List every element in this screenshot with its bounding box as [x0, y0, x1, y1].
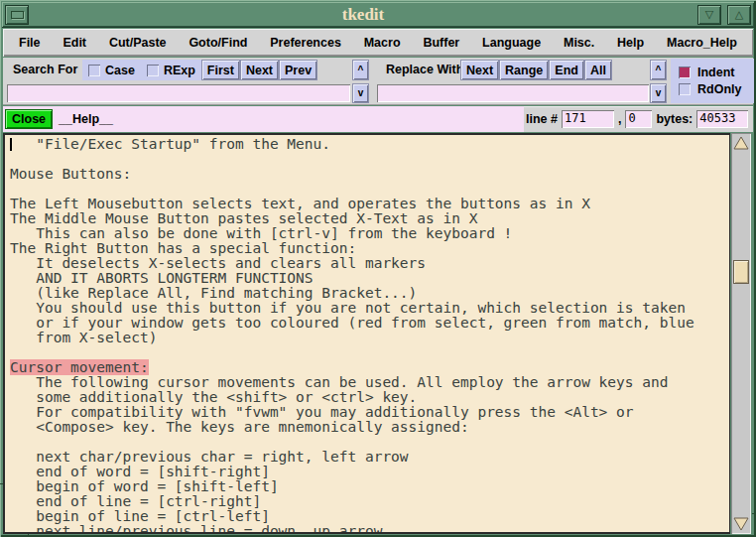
buffer-name: __Help__: [59, 112, 524, 126]
search-history-up-button[interactable]: ^: [352, 60, 369, 80]
window-menu-button[interactable]: [5, 5, 29, 25]
replace-all-button[interactable]: All: [584, 60, 612, 80]
editor-line: For compatibility with "fvwm" you may ad…: [10, 405, 729, 420]
editor-text-area[interactable]: "File/Exec Startup" from the Menu.Mouse …: [3, 133, 730, 534]
options-panel: Indent RdOnly: [671, 59, 754, 103]
menu-edit[interactable]: Edit: [61, 32, 88, 54]
editor-line: Cursor movement:: [10, 360, 729, 375]
editor-line: begin of line = [ctrl-left]: [10, 509, 729, 524]
menu-goto-find[interactable]: Goto/Find: [187, 32, 249, 54]
insert-cursor: [10, 138, 12, 151]
replace-history-down-button[interactable]: v: [650, 83, 667, 104]
rexp-checkbox[interactable]: RExp: [141, 60, 201, 80]
editor-line: The Left Mousebutton selects text, and o…: [10, 197, 729, 211]
search-prev-button[interactable]: Prev: [279, 60, 317, 80]
replace-with-label: Replace With: [386, 63, 463, 76]
case-checkbox[interactable]: Case: [82, 60, 141, 80]
indent-label: Indent: [697, 66, 735, 79]
search-history-down-button[interactable]: v: [352, 83, 369, 104]
menu-bar: File Edit Cut/Paste Goto/Find Preference…: [3, 29, 753, 57]
rdonly-label: RdOnly: [697, 82, 741, 96]
editor-line: You should use this button if you are no…: [10, 301, 729, 316]
rexp-checkbox-indicator: [147, 65, 159, 76]
line-number-label: line #: [526, 112, 558, 126]
column-value[interactable]: 0: [625, 110, 652, 128]
position-panel: line # 171 , 0 bytes: 40533: [524, 106, 753, 132]
frame-handle-mark: [752, 513, 756, 514]
editor-line: end of word = [shift-right]: [10, 465, 729, 479]
menu-preferences[interactable]: Preferences: [268, 32, 343, 54]
line-number-value[interactable]: 171: [562, 110, 614, 128]
status-bar: Close __Help__ line # 171 , 0 bytes: 405…: [3, 106, 753, 132]
comma-separator: ,: [618, 112, 621, 126]
frame-handle-mark: [0, 483, 3, 484]
indent-checkbox[interactable]: Indent: [679, 66, 754, 79]
replace-range-button[interactable]: Range: [499, 60, 549, 80]
raise-icon: △: [735, 9, 743, 20]
rdonly-checkbox-indicator: [679, 83, 691, 95]
editor-line: The following cursor movements can be us…: [10, 375, 729, 390]
search-input[interactable]: [7, 84, 350, 102]
vertical-scrollbar[interactable]: [731, 133, 751, 534]
editor-line: (like Replace All, Find matching Bracket…: [10, 286, 729, 301]
editor-line: [10, 152, 729, 167]
rdonly-checkbox[interactable]: RdOnly: [679, 82, 754, 96]
case-label: Case: [105, 64, 135, 77]
search-first-button[interactable]: First: [201, 60, 240, 80]
replace-history-up-button[interactable]: ^: [650, 60, 667, 80]
raise-button[interactable]: △: [727, 5, 751, 25]
indent-checkbox-indicator: [679, 67, 691, 78]
editor-line: [10, 182, 729, 197]
editor-line: The Right Button has a special function:: [10, 241, 729, 256]
editor-line: from X-select): [10, 331, 729, 345]
bytes-value[interactable]: 40533: [696, 110, 748, 128]
menu-misc[interactable]: Misc.: [562, 32, 596, 54]
scrollbar-thumb[interactable]: [733, 260, 749, 284]
editor-line: some additionally the <shift> or <ctrl> …: [10, 390, 729, 405]
bytes-label: bytes:: [656, 112, 693, 126]
editor-line: This can also be done with [ctrl-v] from…: [10, 226, 729, 241]
replace-input[interactable]: [377, 84, 649, 102]
scroll-down-icon: [733, 517, 749, 531]
shade-button[interactable]: ▽: [697, 5, 721, 25]
scroll-up-icon: [733, 136, 749, 150]
editor-line: [10, 345, 729, 360]
editor-line: next line/previous line = down, up arrow: [10, 524, 729, 534]
editor-line: next char/previous char = right, left ar…: [10, 450, 729, 465]
editor-line: or if your window gets too coloured (red…: [10, 316, 729, 331]
menu-macro-help[interactable]: Macro_Help: [665, 32, 739, 54]
editor-line: end of line = [ctrl-right]: [10, 494, 729, 509]
editor-line: begin of word = [shift-left]: [10, 479, 729, 494]
editor-line: It deselects X-selects and clears all ma…: [10, 256, 729, 271]
menu-macro[interactable]: Macro: [362, 32, 403, 54]
editor-line: [10, 435, 729, 450]
replace-next-button[interactable]: Next: [460, 60, 499, 80]
find-replace-bar: Search For Case RExp First Next Prev ^ v…: [3, 58, 753, 105]
menu-buffer[interactable]: Buffer: [421, 32, 461, 54]
editor-text: "File/Exec Startup" from the Menu.Mouse …: [10, 137, 729, 532]
replace-end-button[interactable]: End: [549, 60, 584, 80]
scroll-down-button[interactable]: [732, 514, 750, 534]
window-menu-icon: [11, 11, 24, 19]
rexp-label: RExp: [164, 64, 195, 77]
search-for-label: Search For: [13, 63, 77, 76]
editor-line: AND IT ABORTS LONGTERM FUNCTIONS: [10, 271, 729, 286]
menu-cut-paste[interactable]: Cut/Paste: [107, 32, 169, 54]
editor-line: "File/Exec Startup" from the Menu.: [10, 137, 729, 152]
shade-icon: ▽: [705, 9, 713, 20]
title-bar[interactable]: tkedit ▽ △: [2, 2, 754, 28]
tkedit-window: tkedit ▽ △ File Edit Cut/Paste Goto/Find…: [0, 0, 756, 537]
menu-language[interactable]: Language: [480, 32, 543, 54]
search-next-button[interactable]: Next: [240, 60, 279, 80]
close-button[interactable]: Close: [5, 109, 53, 129]
menu-file[interactable]: File: [17, 32, 43, 54]
menu-help[interactable]: Help: [615, 32, 646, 54]
editor-line: Mouse Buttons:: [10, 167, 729, 182]
case-checkbox-indicator: [88, 65, 100, 76]
scroll-up-button[interactable]: [732, 133, 750, 153]
editor-line: <Compose> key. The keys are mnemonically…: [10, 420, 729, 435]
window-title: tkedit: [32, 5, 694, 25]
editor-line: The Middle Mouse Button pastes selected …: [10, 211, 729, 226]
